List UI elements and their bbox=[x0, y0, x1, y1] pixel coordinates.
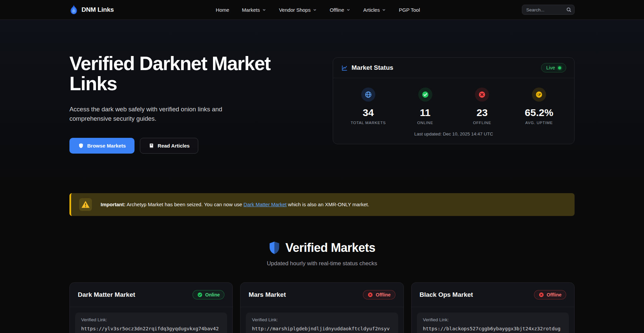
stat-value: 34 bbox=[363, 107, 374, 118]
status-badge-offline: Offline bbox=[534, 290, 566, 299]
market-name: Mars Market bbox=[249, 291, 286, 298]
browse-markets-label: Browse Markets bbox=[87, 143, 126, 149]
verified-link-label: Verified Link: bbox=[81, 317, 221, 322]
verified-link-label: Verified Link: bbox=[423, 317, 563, 322]
market-status-card: Market Status Live 34 bbox=[333, 57, 575, 144]
main-menu: Home Markets Vendor Shops Offline Articl… bbox=[114, 7, 522, 13]
stat-label: ONLINE bbox=[417, 121, 433, 125]
verified-link-label: Verified Link: bbox=[252, 317, 392, 322]
nav-item-label: Markets bbox=[242, 7, 260, 13]
market-name: Black Ops Market bbox=[420, 291, 473, 298]
stat-value: 65.2% bbox=[525, 107, 553, 118]
live-badge-label: Live bbox=[546, 65, 555, 70]
alert-text-after: which is also an XMR-ONLY market. bbox=[286, 202, 369, 207]
stat-avg-uptime: 65.2% AVG. UPTIME bbox=[511, 88, 568, 125]
shield-icon bbox=[269, 241, 280, 255]
book-icon bbox=[149, 143, 154, 149]
stat-label: AVG. UPTIME bbox=[525, 121, 553, 125]
market-status-title: Market Status bbox=[352, 64, 393, 71]
chart-line-icon bbox=[341, 64, 348, 71]
brand-name: DNM Links bbox=[82, 6, 114, 13]
alert-prefix: Important: bbox=[101, 202, 125, 207]
onion-url: https://blackops527cggb6ybayggx3bjt24xz3… bbox=[423, 325, 563, 333]
status-label: Offline bbox=[547, 292, 561, 297]
browse-markets-button[interactable]: Browse Markets bbox=[69, 138, 135, 154]
top-navigation: DNM Links Home Markets Vendor Shops Offl… bbox=[0, 0, 644, 20]
verified-markets-header: Verified Markets Updated hourly with rea… bbox=[0, 241, 644, 267]
market-name: Dark Matter Market bbox=[78, 291, 135, 298]
nav-item-label: PGP Tool bbox=[399, 7, 420, 13]
onion-url: https://ylv3sr5ocz3dn22rqifdq3gyqdugvkxg… bbox=[81, 325, 221, 333]
nav-item-label: Vendor Shops bbox=[279, 7, 311, 13]
market-card-mars: Mars Market Offline Verified Link: http:… bbox=[240, 282, 404, 333]
stat-value: 11 bbox=[420, 107, 431, 118]
nav-item-pgp-tool[interactable]: PGP Tool bbox=[399, 7, 420, 13]
read-articles-button[interactable]: Read Articles bbox=[140, 138, 198, 154]
stat-label: OFFLINE bbox=[473, 121, 491, 125]
brand-logo[interactable]: DNM Links bbox=[69, 4, 114, 15]
x-circle-icon bbox=[478, 91, 486, 98]
search-icon[interactable] bbox=[566, 7, 572, 12]
x-circle-icon bbox=[539, 292, 544, 297]
page-title: Verified Darknet Market Links bbox=[69, 53, 311, 94]
verified-link-box: Verified Link: https://ylv3sr5ocz3dn22rq… bbox=[75, 313, 227, 333]
status-label: Online bbox=[205, 292, 220, 297]
stat-value: 23 bbox=[477, 107, 488, 118]
page-subtitle: Access the dark web safely with verified… bbox=[69, 105, 237, 124]
warning-icon-box bbox=[79, 198, 92, 211]
globe-icon bbox=[365, 91, 372, 98]
check-circle-icon bbox=[422, 91, 429, 98]
live-badge: Live bbox=[541, 63, 566, 72]
stat-online: 11 ONLINE bbox=[397, 88, 454, 125]
chevron-down-icon bbox=[382, 8, 386, 12]
stat-offline: 23 OFFLINE bbox=[454, 88, 511, 125]
chevron-down-icon bbox=[313, 8, 317, 12]
search-box bbox=[522, 5, 575, 15]
gauge-icon bbox=[535, 91, 543, 98]
last-updated-text: Last updated: Dec 10, 2025 14:47 UTC bbox=[333, 127, 574, 144]
hero-section: Verified Darknet Market Links Access the… bbox=[0, 20, 644, 183]
market-card-dark-matter: Dark Matter Market Online Verified Link:… bbox=[69, 282, 233, 333]
section-title: Verified Markets bbox=[285, 241, 375, 255]
stat-label: TOTAL MARKETS bbox=[351, 121, 386, 125]
onion-url: http://marshiplgdebjndljidnyuddaokftcldy… bbox=[252, 325, 392, 333]
read-articles-label: Read Articles bbox=[158, 143, 190, 149]
nav-item-label: Offline bbox=[330, 7, 344, 13]
nav-item-vendor-shops[interactable]: Vendor Shops bbox=[279, 7, 317, 13]
shield-icon bbox=[78, 143, 84, 149]
market-cards-grid: Dark Matter Market Online Verified Link:… bbox=[69, 282, 575, 333]
chevron-down-icon bbox=[346, 8, 351, 12]
seizure-alert-banner: Important: Archetyp Market has been seiz… bbox=[69, 193, 575, 216]
chevron-down-icon bbox=[262, 8, 266, 12]
nav-item-offline[interactable]: Offline bbox=[330, 7, 351, 13]
market-card-black-ops: Black Ops Market Offline Verified Link: … bbox=[411, 282, 575, 333]
onion-logo-icon bbox=[69, 4, 78, 15]
alert-text-before: Archetyp Market has been seized. You can… bbox=[125, 202, 244, 207]
check-circle-icon bbox=[197, 292, 203, 297]
status-badge-online: Online bbox=[193, 290, 225, 299]
x-circle-icon bbox=[368, 292, 373, 297]
nav-item-label: Articles bbox=[363, 7, 380, 13]
dark-matter-market-link[interactable]: Dark Matter Market bbox=[244, 202, 286, 207]
nav-item-articles[interactable]: Articles bbox=[363, 7, 386, 13]
verified-link-box: Verified Link: http://marshiplgdebjndlji… bbox=[246, 313, 398, 333]
stat-total-markets: 34 TOTAL MARKETS bbox=[340, 88, 397, 125]
live-dot-icon bbox=[558, 66, 561, 69]
warning-triangle-icon bbox=[81, 201, 90, 209]
nav-item-markets[interactable]: Markets bbox=[242, 7, 266, 13]
nav-item-label: Home bbox=[216, 7, 229, 13]
status-label: Offline bbox=[376, 292, 390, 297]
alert-message: Important: Archetyp Market has been seiz… bbox=[101, 201, 369, 208]
section-subtitle: Updated hourly with real-time status che… bbox=[0, 260, 644, 267]
nav-item-home[interactable]: Home bbox=[216, 7, 229, 13]
status-badge-offline: Offline bbox=[363, 290, 395, 299]
verified-link-box: Verified Link: https://blackops527cggb6y… bbox=[417, 313, 569, 333]
